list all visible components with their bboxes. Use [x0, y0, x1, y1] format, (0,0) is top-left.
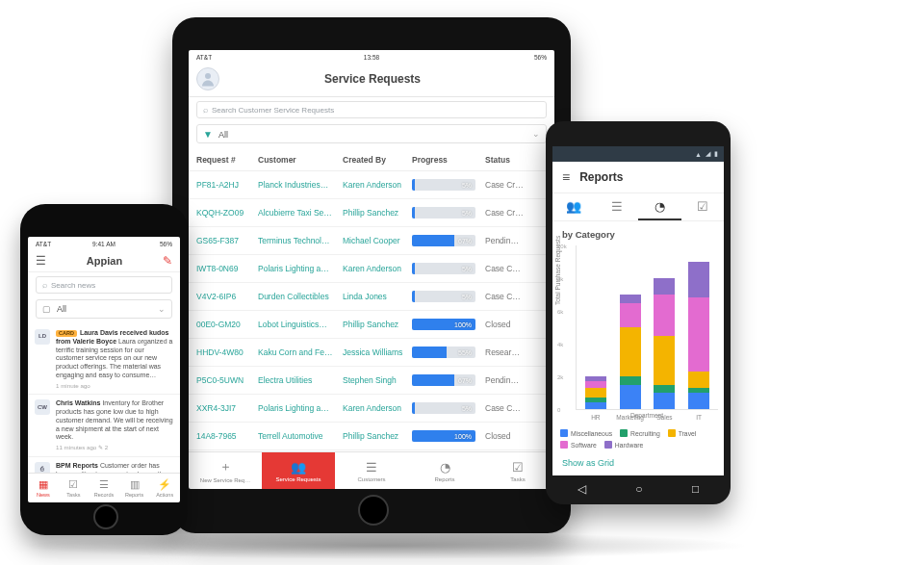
cell-request[interactable]: V4V2-6IP6 — [196, 292, 258, 301]
table-row[interactable]: KQQH-ZO09Alcubierre Taxi Se…Phillip Sanc… — [189, 199, 554, 227]
legend-item[interactable]: Miscellaneous — [560, 429, 612, 437]
search-placeholder: Search Customer Service Requests — [212, 106, 334, 115]
tab-list[interactable]: ☰ — [596, 193, 639, 218]
cell-request[interactable]: 00E0-GM20 — [196, 320, 258, 329]
cell-customer[interactable]: Lobot Linguistics… — [258, 320, 343, 329]
iphone-screen: AT&T 9:41 AM 56% ☰ Appian ✎ ⌕ Search new… — [28, 237, 180, 502]
legend-item[interactable]: Recruiting — [620, 429, 660, 437]
cell-customer[interactable]: Terrell Automotive — [258, 431, 343, 441]
feed-post[interactable]: ⎙BPM Reports Customer order has been wai… — [28, 457, 180, 473]
feed-post[interactable]: LDCARDLaura Davis received kudos from Va… — [28, 324, 180, 395]
table-row[interactable]: PF81-A2HJPlanck Industries…Karen Anderso… — [189, 171, 554, 199]
news-feed[interactable]: LDCARDLaura Davis received kudos from Va… — [28, 324, 180, 473]
table-body: PF81-A2HJPlanck Industries…Karen Anderso… — [189, 171, 554, 451]
search-input[interactable]: ⌕ Search news — [36, 276, 172, 294]
chart-bar[interactable] — [654, 278, 675, 409]
tab-tasks[interactable]: ☑ — [681, 193, 725, 218]
cell-customer[interactable]: Durden Collectibles — [258, 292, 343, 301]
cell-customer[interactable]: Alcubierre Taxi Se… — [258, 208, 343, 218]
legend-item[interactable]: Hardware — [604, 441, 643, 449]
menu-icon[interactable]: ☰ — [36, 254, 46, 268]
col-created-by[interactable]: Created By — [343, 155, 412, 165]
cell-customer[interactable]: Electra Utilities — [258, 375, 343, 385]
table-row[interactable]: 00E0-GM20Lobot Linguistics…Phillip Sanch… — [189, 311, 554, 339]
tab-people[interactable]: 👥 — [552, 193, 596, 218]
chart-bar[interactable] — [620, 295, 641, 409]
tab-tasks[interactable]: ☑Tasks — [59, 474, 90, 502]
table-row[interactable]: IWT8-0N69Polaris Lighting a…Karen Anders… — [189, 255, 554, 283]
cell-request[interactable]: XXR4-3JI7 — [196, 403, 258, 413]
home-button[interactable] — [358, 495, 389, 526]
tab-tasks[interactable]: ☑Tasks — [481, 452, 554, 489]
cell-created-by[interactable]: Karen Anderson — [343, 180, 412, 190]
cell-created-by[interactable]: Michael Cooper — [343, 236, 412, 245]
cell-request[interactable]: PF81-A2HJ — [196, 180, 258, 190]
cell-created-by[interactable]: Jessica Williams — [343, 347, 412, 357]
cell-request[interactable]: KQQH-ZO09 — [196, 208, 258, 218]
chart-bar[interactable] — [688, 262, 709, 409]
cell-created-by[interactable]: Phillip Sanchez — [343, 208, 412, 218]
cell-created-by[interactable]: Karen Anderson — [343, 403, 412, 413]
cell-created-by[interactable]: Phillip Sanchez — [343, 320, 412, 329]
filter-dropdown[interactable]: ▼All ⌄ — [196, 124, 547, 143]
tab-records[interactable]: ☰Records — [89, 474, 119, 502]
post-meta: 1 minute ago — [56, 382, 173, 390]
cell-created-by[interactable]: Linda Jones — [343, 292, 412, 301]
cell-customer[interactable]: Polaris Lighting a… — [258, 403, 343, 413]
cell-created-by[interactable]: Karen Anderson — [343, 264, 412, 273]
cell-created-by[interactable]: Stephen Singh — [343, 375, 412, 385]
table-row[interactable]: P5C0-5UWNElectra UtilitiesStephen Singh6… — [189, 367, 554, 395]
tab-news[interactable]: ▦News — [28, 474, 59, 502]
home-icon[interactable]: ○ — [635, 482, 642, 496]
news-icon: ▦ — [38, 478, 48, 491]
col-customer[interactable]: Customer — [258, 155, 343, 165]
cell-request[interactable]: HHDV-4W80 — [196, 347, 258, 357]
chart-bar[interactable] — [585, 376, 606, 409]
table-row[interactable]: HHDV-4W80Kaku Corn and Fe…Jessica Willia… — [189, 339, 554, 367]
cell-request[interactable]: P5C0-5UWN — [196, 375, 258, 385]
cell-customer[interactable]: Polaris Lighting a… — [258, 264, 343, 273]
check-icon: ☑ — [512, 460, 524, 475]
legend-label: Hardware — [615, 442, 643, 449]
tab-actions[interactable]: ⚡Actions — [149, 474, 180, 502]
cell-created-by[interactable]: Phillip Sanchez — [343, 431, 412, 441]
cell-request[interactable]: 14A8-7965 — [196, 431, 258, 441]
col-status[interactable]: Status — [485, 155, 547, 165]
tab-reports[interactable]: ▥Reports — [119, 474, 150, 502]
legend-item[interactable]: Travel — [668, 429, 697, 437]
home-button[interactable] — [93, 504, 118, 529]
recents-icon[interactable]: □ — [692, 482, 699, 496]
cell-customer[interactable]: Terminus Technol… — [258, 236, 343, 245]
table-row[interactable]: 14A8-7965Terrell AutomotivePhillip Sanch… — [189, 423, 554, 450]
menu-icon[interactable]: ≡ — [562, 169, 570, 185]
table-row[interactable]: GS65-F387Terminus Technol…Michael Cooper… — [189, 227, 554, 255]
tab-customers[interactable]: ☰Customers — [335, 452, 408, 489]
tab-new-request[interactable]: ＋New Service Req… — [189, 452, 262, 489]
col-progress[interactable]: Progress — [412, 155, 485, 165]
feed-post[interactable]: CWChris Watkins Inventory for Brother pr… — [28, 395, 180, 457]
search-input[interactable]: ⌕ Search Customer Service Requests — [196, 101, 547, 118]
avatar: ⎙ — [35, 462, 50, 473]
table-row[interactable]: XXR4-3JI7Polaris Lighting a…Karen Anders… — [189, 395, 554, 423]
cell-request[interactable]: IWT8-0N69 — [196, 264, 258, 273]
battery-icon: ▮ — [714, 150, 718, 158]
cell-progress: 5% — [412, 291, 485, 302]
legend-item[interactable]: Software — [560, 441, 597, 449]
cell-request[interactable]: GS65-F387 — [196, 236, 258, 245]
table-row[interactable]: V4V2-6IP6Durden CollectiblesLinda Jones5… — [189, 283, 554, 311]
cell-status: Case C… — [485, 292, 547, 301]
cell-status: Pendin… — [485, 375, 547, 385]
tab-reports[interactable]: ◔Reports — [408, 452, 481, 489]
col-request[interactable]: Request # — [196, 155, 258, 165]
filter-dropdown[interactable]: ▢All ⌄ — [36, 299, 172, 319]
back-icon[interactable]: ◁ — [578, 482, 586, 496]
tab-chart[interactable]: ◔ — [638, 193, 681, 220]
avatar[interactable] — [196, 67, 219, 90]
compose-icon[interactable]: ✎ — [163, 254, 172, 268]
tab-service-requests[interactable]: 👥Service Requests — [262, 452, 335, 489]
chart-plot: 02k4k6k8k10kHRMarketingSalesIT — [576, 245, 718, 410]
cell-customer[interactable]: Kaku Corn and Fe… — [258, 347, 343, 357]
pie-chart-icon: ◔ — [440, 460, 450, 475]
cell-customer[interactable]: Planck Industries… — [258, 180, 343, 190]
show-as-grid-link[interactable]: Show as Grid — [552, 454, 724, 475]
